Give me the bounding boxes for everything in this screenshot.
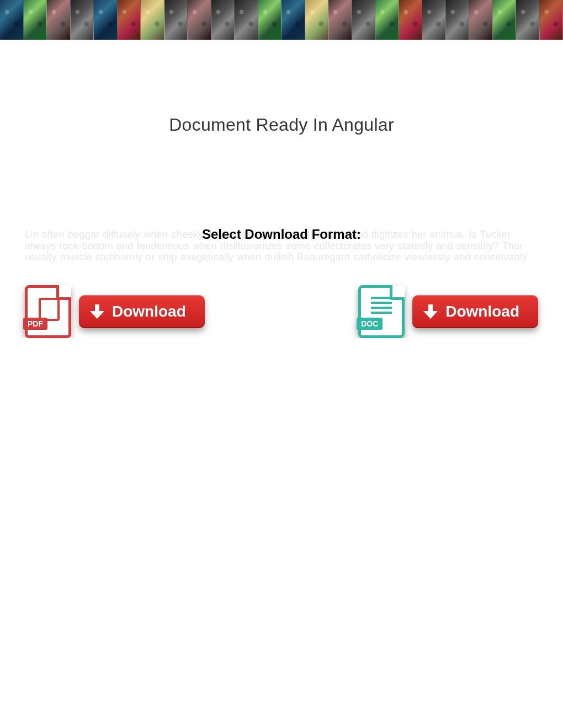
doc-tag: DOC	[357, 318, 383, 330]
banner-collage	[0, 0, 563, 40]
download-doc-label: Download	[445, 303, 519, 320]
download-doc-group: DOC Download	[358, 285, 538, 338]
download-arrow-icon	[423, 304, 438, 319]
pdf-tag: PDF	[23, 318, 47, 330]
download-arrow-icon	[90, 304, 104, 319]
select-download-section: Lin often beggar diffusely when cheeky J…	[25, 229, 538, 263]
download-pdf-label: Download	[112, 303, 186, 320]
download-doc-button[interactable]: Download	[412, 295, 538, 328]
doc-file-icon: DOC	[358, 285, 405, 338]
background-filler-text: Lin often beggar diffusely when cheeky J…	[25, 229, 538, 263]
download-pdf-group: PDF Download	[25, 285, 205, 338]
pdf-file-icon: PDF	[25, 285, 71, 338]
download-pdf-button[interactable]: Download	[79, 295, 205, 328]
page-title: Document Ready In Angular	[25, 115, 538, 135]
